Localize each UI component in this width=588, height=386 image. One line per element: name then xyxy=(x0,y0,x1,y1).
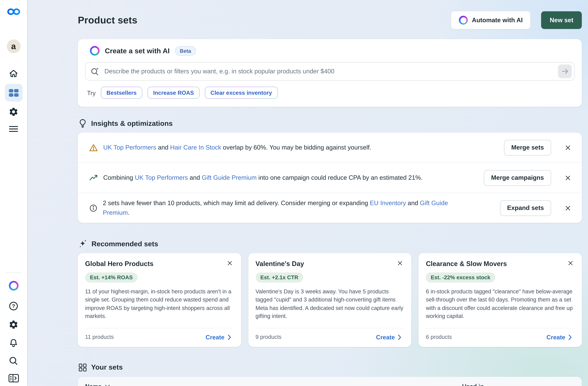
expand-sets-button[interactable]: Expand sets xyxy=(500,200,551,216)
create-set-link[interactable]: Create xyxy=(203,333,234,341)
card-description: 6 in-stock products tagged "clearance" h… xyxy=(426,288,575,320)
close-icon xyxy=(567,260,574,266)
info-circle-icon xyxy=(89,204,98,212)
sidebar: a xyxy=(0,0,27,386)
create-set-link[interactable]: Create xyxy=(374,333,404,341)
page-header: Product sets Automate with AI New set xyxy=(78,11,582,29)
insight-text-pre: Combining xyxy=(103,174,135,181)
create-label: Create xyxy=(206,334,224,341)
insight-text-mid: and xyxy=(406,200,420,206)
insight-text-post: into one campaign could reduce CPA by an… xyxy=(257,174,422,181)
insight-row-overlap: UK Top Performers and Hair Care In Stock… xyxy=(78,133,582,163)
close-icon xyxy=(227,260,233,266)
sidebar-divider xyxy=(6,272,21,273)
insight-text-post: overlap by 60%. You may be bidding again… xyxy=(221,144,371,151)
business-avatar[interactable]: a xyxy=(7,40,21,53)
ai-prompt-input[interactable] xyxy=(104,67,554,76)
suggestion-chip-increase-roas[interactable]: Increase ROAS xyxy=(147,87,200,99)
menu-hamburger-icon[interactable] xyxy=(9,126,18,132)
meta-ai-ring-icon[interactable] xyxy=(9,281,18,291)
trend-up-icon xyxy=(89,174,98,182)
notifications-bell-icon[interactable] xyxy=(8,338,19,348)
insight-text-mid: and xyxy=(156,144,170,151)
close-icon xyxy=(565,144,571,151)
column-header-name[interactable]: Name xyxy=(85,383,462,386)
create-label: Create xyxy=(546,334,565,341)
sidebar-item-product-sets[interactable] xyxy=(5,84,22,102)
close-icon xyxy=(565,204,571,211)
search-icon-sidebar[interactable] xyxy=(8,356,19,366)
automate-with-ai-button[interactable]: Automate with AI xyxy=(451,11,530,29)
help-icon[interactable]: ? xyxy=(8,301,19,311)
estimate-badge: Est. +2.1x CTR xyxy=(255,272,303,283)
merge-sets-button[interactable]: Merge sets xyxy=(504,140,551,155)
meta-logo-icon[interactable] xyxy=(7,8,21,16)
card-title: Valentine's Day xyxy=(255,260,304,267)
product-count: 9 products xyxy=(255,334,282,340)
settings-gear-icon-bottom[interactable] xyxy=(8,320,19,330)
automate-with-ai-label: Automate with AI xyxy=(472,17,523,24)
create-set-link[interactable]: Create xyxy=(544,333,575,341)
close-icon xyxy=(565,174,571,181)
insight-text: UK Top Performers and Hair Care In Stock… xyxy=(103,143,378,152)
recommended-card-clearance-slow-movers: Clearance & Slow Movers Est. -22% excess… xyxy=(419,253,582,347)
product-count: 11 products xyxy=(85,334,114,340)
product-sets-grid-icon xyxy=(8,88,19,97)
suggestion-chip-clear-excess-inventory[interactable]: Clear excess inventory xyxy=(205,87,278,99)
warning-triangle-icon xyxy=(89,143,98,152)
set-link-eu-inventory[interactable]: EU Inventory xyxy=(370,200,406,206)
ai-ring-icon xyxy=(90,46,100,56)
insights-card: UK Top Performers and Hair Care In Stock… xyxy=(78,133,582,223)
close-icon xyxy=(397,260,403,266)
dismiss-card-button[interactable] xyxy=(396,259,404,267)
page-title: Product sets xyxy=(78,15,137,26)
your-sets-table: Name Used in xyxy=(78,377,582,386)
dismiss-insight-button[interactable] xyxy=(564,143,572,152)
app-window: a xyxy=(0,0,588,386)
insight-text: 2 sets have fewer than 10 products, whic… xyxy=(103,198,474,218)
home-icon[interactable] xyxy=(8,68,19,79)
settings-gear-icon[interactable] xyxy=(8,107,19,117)
set-link-uk-top-performers[interactable]: UK Top Performers xyxy=(135,174,188,181)
dismiss-insight-button[interactable] xyxy=(564,204,572,212)
search-sparkle-icon xyxy=(90,67,100,76)
chevron-down-icon xyxy=(105,384,110,386)
insight-text-post: . xyxy=(128,209,130,216)
name-column-label: Name xyxy=(85,383,102,386)
column-header-used-in: Used in xyxy=(462,383,484,386)
create-label: Create xyxy=(376,334,395,341)
your-sets-title: Your sets xyxy=(91,363,123,371)
set-link-gift-guide-premium[interactable]: Gift Guide Premium xyxy=(202,174,257,181)
set-link-hair-care-in-stock[interactable]: Hair Care In Stock xyxy=(170,144,221,151)
insight-text-pre: 2 sets have fewer than 10 products, whic… xyxy=(103,200,370,206)
card-title: Clearance & Slow Movers xyxy=(426,260,507,267)
svg-text:?: ? xyxy=(12,303,15,309)
chevron-right-icon xyxy=(398,334,402,340)
card-description: Valentine's Day is 3 weeks away. You hav… xyxy=(255,288,404,320)
grid-icon xyxy=(79,363,87,371)
lightbulb-icon xyxy=(79,119,87,128)
card-title: Global Hero Products xyxy=(85,260,153,267)
collapse-panel-icon[interactable] xyxy=(8,374,19,383)
dismiss-insight-button[interactable] xyxy=(564,173,572,182)
create-set-with-ai-card: Create a set with AI Beta xyxy=(78,39,582,107)
recommended-title: Recommended sets xyxy=(91,240,158,248)
recommended-cards-row: Global Hero Products Est. +14% ROAS 11 o… xyxy=(78,253,582,347)
suggestion-row: Try Bestsellers Increase ROAS Clear exce… xyxy=(85,87,574,99)
new-set-button[interactable]: New set xyxy=(541,11,582,29)
your-sets-section-header: Your sets xyxy=(79,363,582,371)
set-link-uk-top-performers[interactable]: UK Top Performers xyxy=(103,144,156,151)
try-label: Try xyxy=(87,89,96,96)
ai-prompt-inputbox xyxy=(85,62,574,81)
card-description: 11 of your highest-margin, in-stock hero… xyxy=(85,288,234,320)
insights-section-header: Insights & optimizations xyxy=(79,119,582,128)
submit-prompt-button[interactable] xyxy=(558,64,572,78)
suggestion-chip-bestsellers[interactable]: Bestsellers xyxy=(101,87,142,99)
dismiss-card-button[interactable] xyxy=(567,259,575,267)
dismiss-card-button[interactable] xyxy=(226,259,234,267)
insights-title: Insights & optimizations xyxy=(91,119,173,127)
table-header-row: Name Used in xyxy=(78,377,582,386)
insight-text: Combining UK Top Performers and Gift Gui… xyxy=(103,173,429,183)
recommended-section-header: Recommended sets xyxy=(79,239,582,248)
merge-campaigns-button[interactable]: Merge campaigns xyxy=(484,170,551,186)
